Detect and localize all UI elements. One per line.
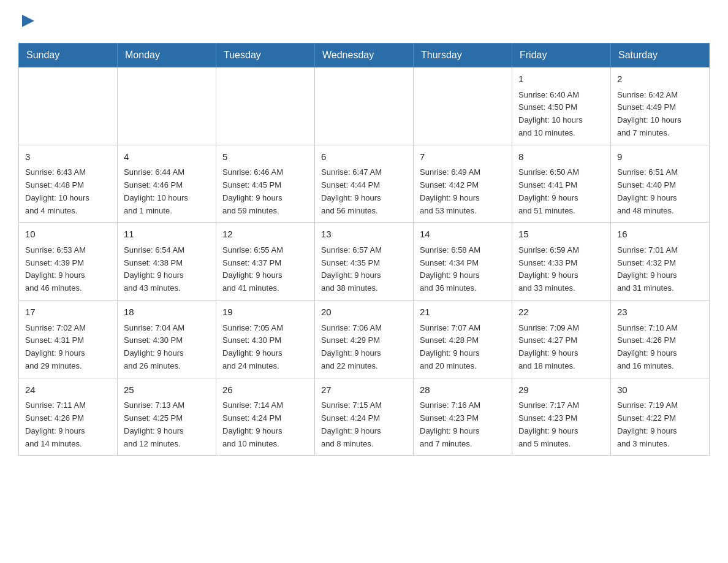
day-info: Sunrise: 6:44 AM Sunset: 4:46 PM Dayligh… — [124, 166, 210, 217]
day-number: 28 — [420, 383, 506, 397]
day-info: Sunrise: 7:13 AM Sunset: 4:25 PM Dayligh… — [124, 399, 210, 450]
calendar-cell — [216, 67, 315, 145]
weekday-header-tuesday: Tuesday — [216, 44, 315, 67]
weekday-header-monday: Monday — [118, 44, 216, 67]
day-info: Sunrise: 6:58 AM Sunset: 4:34 PM Dayligh… — [420, 244, 506, 295]
day-info: Sunrise: 7:17 AM Sunset: 4:23 PM Dayligh… — [518, 399, 604, 450]
calendar-cell: 27Sunrise: 7:15 AM Sunset: 4:24 PM Dayli… — [315, 378, 414, 456]
calendar-cell: 5Sunrise: 6:46 AM Sunset: 4:45 PM Daylig… — [216, 145, 315, 223]
day-info: Sunrise: 7:11 AM Sunset: 4:26 PM Dayligh… — [25, 399, 111, 450]
day-info: Sunrise: 7:10 AM Sunset: 4:26 PM Dayligh… — [617, 322, 703, 373]
day-number: 21 — [420, 305, 506, 320]
calendar-cell: 18Sunrise: 7:04 AM Sunset: 4:30 PM Dayli… — [118, 301, 216, 378]
weekday-header-sunday: Sunday — [19, 44, 118, 67]
calendar-cell: 24Sunrise: 7:11 AM Sunset: 4:26 PM Dayli… — [19, 378, 118, 456]
calendar-cell: 30Sunrise: 7:19 AM Sunset: 4:22 PM Dayli… — [611, 378, 710, 456]
day-number: 4 — [124, 150, 210, 164]
day-info: Sunrise: 7:19 AM Sunset: 4:22 PM Dayligh… — [617, 399, 703, 450]
calendar-cell: 3Sunrise: 6:43 AM Sunset: 4:48 PM Daylig… — [19, 145, 118, 223]
calendar-week-2: 3Sunrise: 6:43 AM Sunset: 4:48 PM Daylig… — [19, 145, 710, 223]
day-info: Sunrise: 7:01 AM Sunset: 4:32 PM Dayligh… — [617, 244, 703, 295]
day-info: Sunrise: 7:16 AM Sunset: 4:23 PM Dayligh… — [420, 399, 506, 450]
day-number: 3 — [25, 150, 111, 164]
day-info: Sunrise: 7:14 AM Sunset: 4:24 PM Dayligh… — [222, 399, 308, 450]
calendar-cell: 29Sunrise: 7:17 AM Sunset: 4:23 PM Dayli… — [512, 378, 611, 456]
day-number: 11 — [124, 228, 210, 242]
calendar-cell: 12Sunrise: 6:55 AM Sunset: 4:37 PM Dayli… — [216, 223, 315, 301]
calendar-cell: 2Sunrise: 6:42 AM Sunset: 4:49 PM Daylig… — [611, 67, 710, 145]
day-number: 20 — [321, 305, 407, 320]
calendar-cell: 22Sunrise: 7:09 AM Sunset: 4:27 PM Dayli… — [512, 301, 611, 378]
logo — [18, 12, 37, 31]
calendar-cell — [315, 67, 414, 145]
calendar-cell: 11Sunrise: 6:54 AM Sunset: 4:38 PM Dayli… — [118, 223, 216, 301]
day-number: 6 — [321, 150, 407, 164]
day-number: 9 — [617, 150, 703, 164]
day-number: 29 — [518, 383, 604, 397]
day-number: 18 — [124, 305, 210, 320]
day-info: Sunrise: 6:51 AM Sunset: 4:40 PM Dayligh… — [617, 166, 703, 217]
day-info: Sunrise: 6:59 AM Sunset: 4:33 PM Dayligh… — [518, 244, 604, 295]
day-number: 1 — [518, 72, 604, 86]
calendar-cell: 9Sunrise: 6:51 AM Sunset: 4:40 PM Daylig… — [611, 145, 710, 223]
day-number: 13 — [321, 228, 407, 242]
calendar-cell: 26Sunrise: 7:14 AM Sunset: 4:24 PM Dayli… — [216, 378, 315, 456]
day-number: 17 — [25, 305, 111, 320]
day-number: 22 — [518, 305, 604, 320]
logo-triangle-icon — [20, 12, 37, 29]
day-info: Sunrise: 6:50 AM Sunset: 4:41 PM Dayligh… — [518, 166, 604, 217]
day-number: 5 — [222, 150, 308, 164]
day-info: Sunrise: 7:15 AM Sunset: 4:24 PM Dayligh… — [321, 399, 407, 450]
calendar-cell — [19, 67, 118, 145]
day-info: Sunrise: 6:57 AM Sunset: 4:35 PM Dayligh… — [321, 244, 407, 295]
calendar-cell: 8Sunrise: 6:50 AM Sunset: 4:41 PM Daylig… — [512, 145, 611, 223]
day-info: Sunrise: 6:49 AM Sunset: 4:42 PM Dayligh… — [420, 166, 506, 217]
day-info: Sunrise: 7:02 AM Sunset: 4:31 PM Dayligh… — [25, 322, 111, 373]
calendar-cell: 19Sunrise: 7:05 AM Sunset: 4:30 PM Dayli… — [216, 301, 315, 378]
day-number: 15 — [518, 228, 604, 242]
calendar-cell: 17Sunrise: 7:02 AM Sunset: 4:31 PM Dayli… — [19, 301, 118, 378]
calendar-cell — [414, 67, 512, 145]
day-info: Sunrise: 7:07 AM Sunset: 4:28 PM Dayligh… — [420, 322, 506, 373]
day-info: Sunrise: 6:55 AM Sunset: 4:37 PM Dayligh… — [222, 244, 308, 295]
calendar-cell: 14Sunrise: 6:58 AM Sunset: 4:34 PM Dayli… — [414, 223, 512, 301]
day-number: 14 — [420, 228, 506, 242]
day-number: 23 — [617, 305, 703, 320]
svg-marker-0 — [22, 15, 34, 27]
day-info: Sunrise: 6:47 AM Sunset: 4:44 PM Dayligh… — [321, 166, 407, 217]
day-info: Sunrise: 6:43 AM Sunset: 4:48 PM Dayligh… — [25, 166, 111, 217]
day-number: 25 — [124, 383, 210, 397]
calendar-cell: 1Sunrise: 6:40 AM Sunset: 4:50 PM Daylig… — [512, 67, 611, 145]
day-number: 27 — [321, 383, 407, 397]
calendar-cell: 13Sunrise: 6:57 AM Sunset: 4:35 PM Dayli… — [315, 223, 414, 301]
calendar-week-3: 10Sunrise: 6:53 AM Sunset: 4:39 PM Dayli… — [19, 223, 710, 301]
day-info: Sunrise: 7:05 AM Sunset: 4:30 PM Dayligh… — [222, 322, 308, 373]
weekday-header-thursday: Thursday — [414, 44, 512, 67]
calendar-header-row: SundayMondayTuesdayWednesdayThursdayFrid… — [19, 44, 710, 67]
day-number: 2 — [617, 72, 703, 86]
day-info: Sunrise: 6:54 AM Sunset: 4:38 PM Dayligh… — [124, 244, 210, 295]
calendar-cell: 16Sunrise: 7:01 AM Sunset: 4:32 PM Dayli… — [611, 223, 710, 301]
day-number: 19 — [222, 305, 308, 320]
day-info: Sunrise: 6:46 AM Sunset: 4:45 PM Dayligh… — [222, 166, 308, 217]
calendar-cell: 21Sunrise: 7:07 AM Sunset: 4:28 PM Dayli… — [414, 301, 512, 378]
calendar-cell: 23Sunrise: 7:10 AM Sunset: 4:26 PM Dayli… — [611, 301, 710, 378]
day-number: 7 — [420, 150, 506, 164]
weekday-header-friday: Friday — [512, 44, 611, 67]
day-number: 30 — [617, 383, 703, 397]
calendar-cell — [118, 67, 216, 145]
calendar-week-5: 24Sunrise: 7:11 AM Sunset: 4:26 PM Dayli… — [19, 378, 710, 456]
calendar-cell: 7Sunrise: 6:49 AM Sunset: 4:42 PM Daylig… — [414, 145, 512, 223]
day-number: 8 — [518, 150, 604, 164]
day-number: 16 — [617, 228, 703, 242]
day-info: Sunrise: 6:42 AM Sunset: 4:49 PM Dayligh… — [617, 89, 703, 140]
calendar-cell: 10Sunrise: 6:53 AM Sunset: 4:39 PM Dayli… — [19, 223, 118, 301]
calendar-cell: 15Sunrise: 6:59 AM Sunset: 4:33 PM Dayli… — [512, 223, 611, 301]
calendar-cell: 28Sunrise: 7:16 AM Sunset: 4:23 PM Dayli… — [414, 378, 512, 456]
calendar-table: SundayMondayTuesdayWednesdayThursdayFrid… — [18, 43, 710, 456]
day-info: Sunrise: 7:04 AM Sunset: 4:30 PM Dayligh… — [124, 322, 210, 373]
day-number: 26 — [222, 383, 308, 397]
weekday-header-wednesday: Wednesday — [315, 44, 414, 67]
day-info: Sunrise: 6:53 AM Sunset: 4:39 PM Dayligh… — [25, 244, 111, 295]
calendar-cell: 20Sunrise: 7:06 AM Sunset: 4:29 PM Dayli… — [315, 301, 414, 378]
